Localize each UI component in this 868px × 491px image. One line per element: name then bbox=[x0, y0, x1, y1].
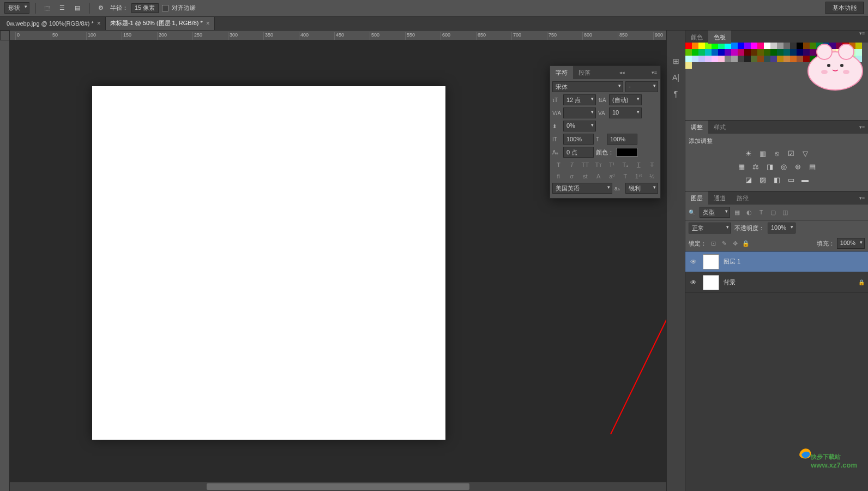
color-swatch[interactable] bbox=[836, 43, 842, 49]
tab-character[interactable]: 字符 bbox=[550, 66, 573, 79]
color-swatch[interactable] bbox=[764, 43, 770, 49]
color-swatch[interactable] bbox=[816, 56, 823, 62]
levels-icon[interactable]: ▥ bbox=[758, 148, 768, 158]
color-swatch[interactable] bbox=[829, 49, 836, 56]
color-swatch[interactable] bbox=[731, 43, 738, 49]
color-swatch[interactable] bbox=[816, 43, 823, 49]
invert-icon[interactable]: ◪ bbox=[744, 175, 754, 184]
color-swatch[interactable] bbox=[823, 43, 829, 49]
bw-icon[interactable]: ◨ bbox=[765, 161, 775, 171]
filter-adjust-icon[interactable]: ◐ bbox=[744, 207, 754, 217]
font-size-input[interactable]: 12 点 bbox=[563, 94, 596, 105]
threshold-icon[interactable]: ◧ bbox=[772, 175, 782, 184]
color-swatch[interactable] bbox=[698, 56, 705, 62]
color-swatch[interactable] bbox=[810, 56, 816, 62]
color-swatch[interactable] bbox=[764, 49, 770, 56]
tab-color[interactable]: 颜色 bbox=[685, 31, 708, 44]
color-swatch[interactable] bbox=[751, 56, 757, 62]
filter-type-icon[interactable]: T bbox=[756, 207, 766, 217]
color-swatch[interactable] bbox=[770, 43, 777, 49]
italic-button[interactable]: T bbox=[566, 160, 578, 170]
document-tab[interactable]: 未标题-1 @ 50% (图层 1, RGB/8) * × bbox=[106, 17, 215, 30]
color-swatch[interactable] bbox=[823, 49, 829, 56]
color-swatch[interactable] bbox=[797, 56, 803, 62]
path-align-icon[interactable]: ☰ bbox=[56, 2, 68, 14]
radius-input[interactable] bbox=[131, 3, 159, 13]
color-swatch[interactable] bbox=[790, 49, 797, 56]
hscale-input[interactable] bbox=[607, 134, 637, 145]
color-swatch[interactable] bbox=[757, 43, 764, 49]
brightness-icon[interactable]: ☀ bbox=[744, 148, 754, 158]
color-swatch[interactable] bbox=[797, 43, 803, 49]
tab-styles[interactable]: 样式 bbox=[708, 121, 731, 134]
color-swatch[interactable] bbox=[725, 56, 731, 62]
color-swatch[interactable] bbox=[731, 49, 738, 56]
color-swatch[interactable] bbox=[770, 56, 777, 62]
color-swatch[interactable] bbox=[764, 56, 770, 62]
channel-mixer-icon[interactable]: ⊕ bbox=[793, 161, 803, 171]
document-tab[interactable]: 0w.webp.jpg @ 100%(RGB/8#) * × bbox=[2, 17, 106, 30]
color-swatch[interactable] bbox=[855, 49, 862, 56]
half-button[interactable]: ½ bbox=[646, 171, 659, 181]
color-swatch[interactable] bbox=[803, 56, 810, 62]
color-swatch[interactable] bbox=[712, 56, 718, 62]
antialiasing-dropdown[interactable]: 锐利 bbox=[625, 183, 658, 194]
color-swatch[interactable] bbox=[783, 56, 790, 62]
strikethrough-button[interactable]: T bbox=[646, 160, 659, 170]
color-swatch[interactable] bbox=[816, 49, 823, 56]
color-swatch[interactable] bbox=[783, 43, 790, 49]
color-swatch[interactable] bbox=[836, 56, 842, 62]
color-swatch[interactable] bbox=[797, 49, 803, 56]
superscript-button[interactable]: T¹ bbox=[606, 160, 618, 170]
text-color-swatch[interactable] bbox=[616, 148, 638, 157]
tab-adjustments[interactable]: 调整 bbox=[685, 121, 708, 134]
layer-row[interactable]: 👁 背景 🔒 bbox=[685, 272, 868, 293]
color-swatch[interactable] bbox=[842, 56, 849, 62]
scrollbar-thumb[interactable] bbox=[207, 483, 469, 490]
color-swatch[interactable] bbox=[777, 49, 783, 56]
color-swatch[interactable] bbox=[849, 56, 855, 62]
curves-icon[interactable]: ⎋ bbox=[772, 148, 782, 158]
tab-swatches[interactable]: 色板 bbox=[708, 31, 731, 44]
color-swatch[interactable] bbox=[829, 56, 836, 62]
color-swatch[interactable] bbox=[751, 43, 757, 49]
gear-icon[interactable]: ⚙ bbox=[95, 2, 107, 14]
color-swatch[interactable] bbox=[698, 49, 705, 56]
layer-row[interactable]: 👁 图层 1 bbox=[685, 252, 868, 272]
language-dropdown[interactable]: 美国英语 bbox=[552, 183, 612, 194]
layer-filter-dropdown[interactable]: 类型 bbox=[700, 207, 730, 218]
color-swatch[interactable] bbox=[810, 43, 816, 49]
layer-name[interactable]: 图层 1 bbox=[724, 258, 865, 266]
stylistic-button[interactable]: st bbox=[579, 171, 592, 181]
document-canvas[interactable] bbox=[92, 86, 445, 440]
tab-layers[interactable]: 图层 bbox=[685, 191, 708, 205]
baseline-input[interactable] bbox=[563, 147, 594, 158]
color-swatch[interactable] bbox=[829, 43, 836, 49]
ruler-origin[interactable] bbox=[0, 31, 10, 40]
color-swatch[interactable] bbox=[757, 56, 764, 62]
leading-input[interactable]: (自动) bbox=[609, 94, 642, 105]
color-swatch[interactable] bbox=[790, 56, 797, 62]
close-icon[interactable]: × bbox=[97, 20, 101, 27]
scale-input[interactable]: 0% bbox=[563, 121, 596, 131]
color-swatch[interactable] bbox=[738, 49, 744, 56]
close-icon[interactable]: × bbox=[206, 20, 210, 27]
vertical-ruler[interactable] bbox=[0, 40, 10, 491]
collapse-icon[interactable]: ◂◂ bbox=[616, 70, 628, 75]
posterize-icon[interactable]: ▨ bbox=[758, 175, 768, 184]
font-style-dropdown[interactable]: - bbox=[625, 81, 658, 92]
color-swatch[interactable] bbox=[738, 56, 744, 62]
color-swatch[interactable] bbox=[842, 43, 849, 49]
color-swatch[interactable] bbox=[725, 49, 731, 56]
color-swatch[interactable] bbox=[777, 43, 783, 49]
color-swatch[interactable] bbox=[731, 56, 738, 62]
paragraph-panel-icon[interactable]: ¶ bbox=[668, 86, 684, 101]
vibrance-icon[interactable]: ▽ bbox=[800, 148, 810, 158]
smallcaps-button[interactable]: Tᴛ bbox=[593, 160, 605, 170]
color-swatch[interactable] bbox=[712, 49, 718, 56]
type-panel-icon[interactable]: A| bbox=[668, 70, 684, 85]
filter-smart-icon[interactable]: ◫ bbox=[780, 207, 790, 217]
color-swatch[interactable] bbox=[836, 49, 842, 56]
path-arrange-icon[interactable]: ▤ bbox=[71, 2, 83, 14]
align-edges-checkbox[interactable] bbox=[162, 5, 168, 11]
